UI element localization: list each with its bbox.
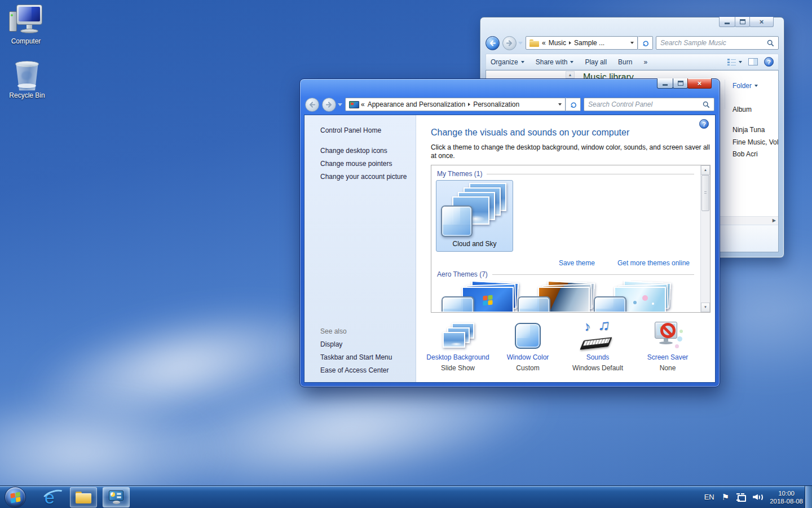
desktop-icon-label: Recycle Bin bbox=[1, 91, 53, 99]
screen-saver-shortcut[interactable]: Screen Saver None bbox=[633, 319, 703, 372]
get-more-themes-link[interactable]: Get more themes online bbox=[617, 259, 690, 267]
volume-icon[interactable] bbox=[753, 493, 762, 501]
change-view-button[interactable] bbox=[727, 58, 742, 65]
page-description: Click a theme to change the desktop back… bbox=[431, 143, 713, 160]
control-panel-sidebar: Control Panel Home Change desktop icons … bbox=[304, 115, 416, 382]
taskbar-internet-explorer[interactable]: e bbox=[37, 486, 62, 508]
desktop-background-icon bbox=[440, 323, 475, 350]
desktop-background-shortcut[interactable]: Desktop Background Slide Show bbox=[423, 319, 493, 372]
scroll-down-arrow[interactable]: ▼ bbox=[701, 303, 710, 312]
theme-architecture[interactable] bbox=[518, 282, 602, 312]
share-with-menu[interactable]: Share with bbox=[536, 58, 574, 66]
system-tray: EN ⚑ 10:00 2018-08-08 bbox=[704, 486, 803, 508]
language-indicator[interactable]: EN bbox=[704, 493, 714, 501]
breadcrumb-personalization[interactable]: Personalization bbox=[473, 100, 519, 108]
window-color-shortcut[interactable]: Window Color Custom bbox=[493, 319, 563, 372]
folder-icon bbox=[76, 492, 91, 503]
internet-explorer-icon: e bbox=[45, 488, 55, 506]
taskbar-windows-explorer[interactable] bbox=[70, 487, 97, 507]
arrange-by-folder[interactable]: Folder bbox=[732, 82, 758, 90]
burn-button[interactable]: Burn bbox=[618, 58, 632, 66]
address-dropdown-icon[interactable] bbox=[558, 103, 562, 106]
window-color-icon bbox=[515, 323, 541, 349]
forward-button[interactable] bbox=[502, 36, 517, 50]
scroll-right-arrow[interactable]: ▶ bbox=[773, 218, 776, 223]
help-icon[interactable]: ? bbox=[764, 57, 774, 67]
sidebar-item-change-account-picture[interactable]: Change your account picture bbox=[320, 170, 407, 183]
start-button[interactable] bbox=[5, 487, 26, 508]
list-item[interactable]: Bob Acri bbox=[732, 150, 758, 158]
sidebar-item-taskbar-start-menu[interactable]: Taskbar and Start Menu bbox=[320, 351, 392, 364]
refresh-button[interactable] bbox=[638, 36, 653, 50]
sidebar-item-control-panel-home[interactable]: Control Panel Home bbox=[320, 126, 381, 134]
personalization-window[interactable]: × « Appearance and Personalization Perso… bbox=[299, 78, 720, 387]
list-item[interactable]: Fine Music, Vol bbox=[732, 138, 778, 146]
desktop: Computer Recycle Bin × « Mus bbox=[0, 0, 812, 508]
desktop-icon-label: Computer bbox=[0, 37, 52, 45]
minimize-button[interactable] bbox=[719, 17, 735, 27]
windows-logo-icon bbox=[10, 492, 20, 503]
address-bar[interactable]: « Music Sample ... bbox=[526, 36, 638, 50]
search-input[interactable]: Search Sample Music bbox=[656, 36, 779, 50]
help-icon[interactable]: ? bbox=[699, 119, 709, 129]
save-theme-link[interactable]: Save theme bbox=[559, 259, 595, 267]
breadcrumb-sample-music[interactable]: Sample ... bbox=[574, 39, 604, 47]
scroll-up-arrow[interactable]: ▲ bbox=[566, 71, 575, 78]
back-button[interactable] bbox=[486, 36, 500, 50]
sounds-shortcut[interactable]: ♪♫ Sounds Windows Default bbox=[563, 319, 633, 372]
search-placeholder: Search Control Panel bbox=[588, 100, 703, 108]
action-center-flag-icon[interactable]: ⚑ bbox=[722, 493, 729, 501]
column-header-album[interactable]: Album bbox=[732, 106, 752, 113]
play-all-button[interactable]: Play all bbox=[585, 58, 607, 66]
preview-pane-icon[interactable] bbox=[748, 58, 758, 65]
address-bar[interactable]: « Appearance and Personalization Persona… bbox=[345, 98, 566, 111]
minimize-button[interactable] bbox=[657, 78, 673, 89]
sidebar-item-change-mouse-pointers[interactable]: Change mouse pointers bbox=[320, 157, 407, 170]
theme-cloud-and-sky[interactable]: Cloud and Sky bbox=[436, 180, 513, 252]
breadcrumb-overflow[interactable]: « bbox=[361, 100, 365, 108]
breadcrumb-music[interactable]: Music bbox=[549, 39, 566, 47]
theme-list[interactable]: My Themes (1) Cloud and Sky Save theme G… bbox=[431, 165, 710, 313]
maximize-button[interactable] bbox=[673, 78, 688, 89]
screen-saver-icon bbox=[651, 322, 684, 351]
breadcrumb-separator-icon bbox=[569, 41, 571, 45]
theme-windows-7[interactable] bbox=[442, 282, 526, 312]
search-input[interactable]: Search Control Panel bbox=[584, 98, 714, 111]
sidebar-item-ease-of-access[interactable]: Ease of Access Center bbox=[320, 364, 392, 377]
tray-time: 10:00 bbox=[770, 489, 803, 497]
theme-characters[interactable] bbox=[594, 282, 678, 312]
search-icon[interactable] bbox=[703, 101, 710, 108]
maximize-button[interactable] bbox=[735, 17, 750, 27]
network-icon[interactable] bbox=[736, 493, 745, 501]
breadcrumb-overflow[interactable]: « bbox=[542, 39, 546, 47]
back-button[interactable] bbox=[305, 98, 319, 112]
recent-pages-dropdown[interactable] bbox=[518, 42, 523, 45]
theme-glass-icon bbox=[441, 205, 473, 237]
close-button[interactable]: × bbox=[687, 78, 712, 89]
taskbar-control-panel[interactable] bbox=[103, 487, 130, 507]
show-desktop-button[interactable] bbox=[805, 486, 812, 508]
recycle-bin-icon bbox=[9, 59, 45, 91]
control-panel-icon bbox=[108, 491, 125, 504]
search-icon[interactable] bbox=[767, 40, 774, 47]
sidebar-item-change-desktop-icons[interactable]: Change desktop icons bbox=[320, 144, 407, 157]
computer-icon bbox=[8, 5, 44, 37]
my-themes-header: My Themes (1) bbox=[437, 170, 482, 178]
vertical-scrollbar[interactable]: ▲ ▼ bbox=[700, 165, 710, 312]
list-item[interactable]: Ninja Tuna bbox=[732, 126, 765, 134]
recent-pages-dropdown[interactable] bbox=[338, 103, 342, 106]
more-commands-chevron[interactable]: » bbox=[643, 58, 647, 66]
clock[interactable]: 10:00 2018-08-08 bbox=[770, 489, 803, 505]
forward-button[interactable] bbox=[322, 98, 336, 112]
scroll-up-arrow[interactable]: ▲ bbox=[701, 165, 710, 175]
desktop-icon-recycle-bin[interactable]: Recycle Bin bbox=[1, 59, 53, 99]
organize-menu[interactable]: Organize bbox=[491, 58, 524, 66]
address-dropdown-icon[interactable] bbox=[630, 42, 634, 44]
close-button[interactable]: × bbox=[749, 17, 774, 27]
desktop-icon-computer[interactable]: Computer bbox=[0, 5, 52, 45]
refresh-button[interactable] bbox=[566, 98, 581, 111]
see-also-header: See also bbox=[320, 325, 392, 338]
scrollbar-thumb[interactable] bbox=[701, 175, 709, 211]
sidebar-item-display[interactable]: Display bbox=[320, 338, 392, 351]
breadcrumb-appearance[interactable]: Appearance and Personalization bbox=[368, 100, 465, 108]
